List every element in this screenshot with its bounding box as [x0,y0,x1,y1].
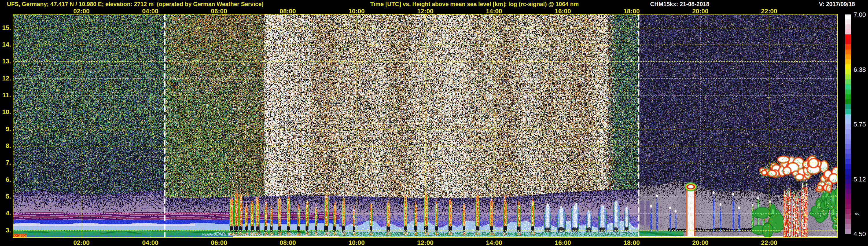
colorbar-segment [845,174,851,179]
y-tick-label: 9. [0,125,11,133]
colorbar-segment [845,39,851,44]
colorbar-segment [845,224,851,229]
station-info: UFS, Germany; 47.417 N / 10.980 E; eleva… [7,1,264,7]
colorbar-tick-label: 4.50 [854,230,868,238]
colorbar-segment [845,169,851,174]
x-tick-label: 06:00 [206,7,232,15]
x-tick-label: 04:00 [137,7,163,15]
y-tick-label: 5. [0,193,11,200]
colorbar-segment [845,104,851,109]
colorbar-segment [845,229,851,234]
colorbar [845,14,851,234]
colorbar-segment [845,99,851,104]
colorbar-segment [845,20,851,24]
colorbar-tick-label: 5.75 [854,121,868,128]
colorbar-segment [845,30,851,34]
colorbar-segment [845,14,851,20]
colorbar-segment [845,189,851,194]
colorbar-segment [845,109,851,114]
colorbar-segment [845,214,851,219]
heatmap-canvas [13,14,838,238]
x-tick-label: 06:00 [206,239,232,246]
colorbar-segment [845,119,851,124]
colorbar-segment [845,194,851,199]
x-tick-label: 10:00 [343,239,370,246]
x-tick-label: 02:00 [69,7,95,15]
x-tick-label: 22:00 [756,239,782,246]
colorbar-segment [845,134,851,139]
y-tick-label: 3. [0,226,11,234]
y-tick-label: 11. [0,91,11,99]
y-tick-label: 10. [0,108,11,116]
colorbar-segment [845,204,851,209]
x-tick-label: 10:00 [343,7,370,15]
colorbar-segment [845,179,851,184]
colorbar-segment [845,209,851,214]
x-tick-label: 22:00 [756,7,782,15]
y-tick-label: 8. [0,142,11,150]
colorbar-segment [845,164,851,169]
x-tick-label: 02:00 [69,239,95,246]
x-tick-label: 12:00 [412,7,438,15]
y-tick-label: 4. [0,210,11,217]
colorbar-segment [845,124,851,129]
colorbar-segment [845,50,851,54]
colorbar-segment [845,44,851,49]
y-tick-label: 14. [0,41,11,48]
x-tick-label: 20:00 [687,7,713,15]
colorbar-segment [845,94,851,99]
colorbar-segment [845,69,851,74]
x-tick-label: 08:00 [275,7,301,15]
version-label: V: 2017/09/18 [819,1,855,7]
ceilometer-quicklook: UFS, Germany; 47.417 N / 10.980 E; eleva… [0,0,868,246]
y-tick-label: 13. [0,58,11,65]
x-tick-label: 16:00 [550,239,576,246]
colorbar-segment [845,129,851,134]
x-tick-label: 14:00 [481,7,507,15]
plot-title: Time [UTC] vs. Height above mean sea lev… [370,1,579,7]
x-tick-label: 12:00 [412,239,438,246]
colorbar-tick-label: 7.00 [854,11,868,19]
colorbar-segment [845,84,851,89]
colorbar-segment [845,89,851,94]
x-tick-label: 08:00 [275,239,301,246]
colorbar-segment [845,219,851,224]
colorbar-segment [845,114,851,119]
colorbar-segment [845,139,851,144]
colorbar-segment [845,54,851,59]
colorbar-note: eq [855,211,860,216]
instrument-date: CHM15kx: 21-08-2018 [650,1,709,7]
colorbar-segment [845,24,851,29]
y-tick-label: 6. [0,176,11,183]
y-tick-label: 15. [0,24,11,32]
y-tick-label: 12. [0,75,11,82]
colorbar-segment [845,34,851,39]
colorbar-tick-label: 5.12 [854,176,868,183]
x-tick-label: 14:00 [481,239,507,246]
colorbar-segment [845,64,851,69]
colorbar-segment [845,154,851,159]
x-tick-label: 04:00 [137,239,163,246]
colorbar-segment [845,59,851,64]
x-tick-label: 20:00 [687,239,713,246]
y-tick-label: 7. [0,159,11,166]
colorbar-segment [845,184,851,189]
x-tick-label: 18:00 [619,7,645,15]
colorbar-segment [845,144,851,149]
colorbar-segment [845,74,851,79]
colorbar-segment [845,199,851,204]
colorbar-segment [845,79,851,84]
x-tick-label: 18:00 [619,239,645,246]
colorbar-tick-label: 6.38 [854,66,868,73]
colorbar-segment [845,159,851,164]
colorbar-segment [845,149,851,154]
x-tick-label: 16:00 [550,7,576,15]
